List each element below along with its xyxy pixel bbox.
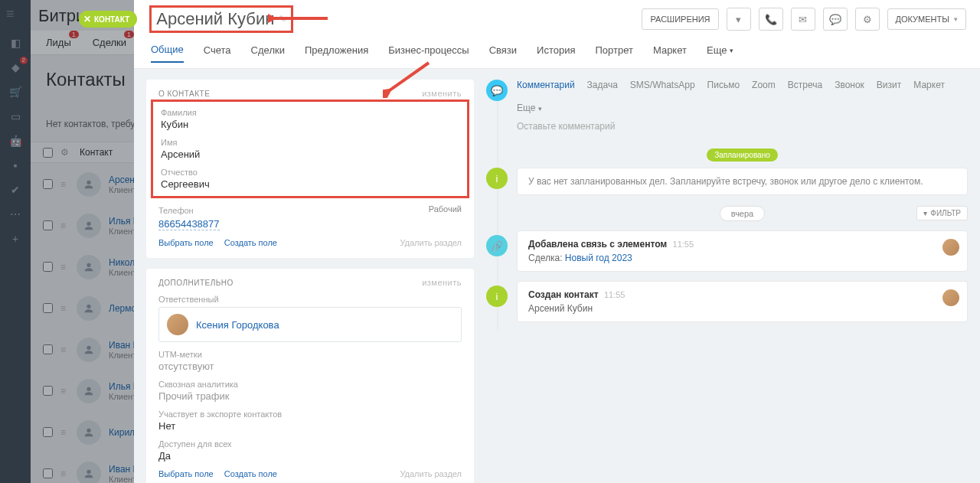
mail-icon[interactable]: ✉ [791, 8, 815, 31]
panel-header: ✕КОНТАКТ Арсений Кубин✎ РАСШИРЕНИЯ ▾ 📞 ✉… [134, 0, 980, 38]
field-label: UTM-метки [158, 350, 462, 359]
panel-tab[interactable]: История [537, 44, 575, 62]
day-separator: вчера [720, 206, 765, 221]
create-field-link[interactable]: Создать поле [224, 238, 277, 247]
right-column: 💬 КомментарийЗадачаSMS/WhatsAppПисьмоZoo… [486, 69, 980, 483]
about-card: О КОНТАКТЕизменить ФамилияКубин ИмяАрсен… [146, 80, 474, 258]
no-plans-card: У вас нет запланированных дел. Запланиру… [517, 168, 968, 195]
card-title: ДОПОЛНИТЕЛЬНО [158, 279, 234, 287]
field-value[interactable]: Арсений [161, 148, 459, 160]
deal-link[interactable]: Новый год 2023 [565, 253, 632, 263]
user-name: Ксения Городкова [196, 319, 279, 331]
event-sub-label: Сделка: [528, 253, 562, 263]
panel-tabs: ОбщиеСчетаСделкиПредложенияБизнес-процес… [134, 38, 980, 69]
field-label: Телефон [158, 206, 462, 215]
field-value[interactable]: Кубин [161, 119, 459, 130]
event-sub: Арсений Кубин [528, 303, 956, 314]
field-label: Ответственный [158, 295, 462, 304]
field-label: Участвует в экспорте контактов [158, 410, 462, 419]
timeline-tab[interactable]: Звонок [835, 80, 864, 90]
timeline-tab[interactable]: Маркет [913, 80, 945, 90]
event-title: Создан контакт [528, 289, 599, 300]
extensions-dropdown[interactable]: ▾ [727, 8, 751, 31]
field-label: Фамилия [161, 108, 459, 117]
timeline-event: Добавлена связь с элементом 11:55 Сделка… [517, 230, 968, 272]
extra-card: ДОПОЛНИТЕЛЬНОизменить Ответственный Ксен… [146, 269, 474, 483]
entity-type-pill[interactable]: ✕КОНТАКТ [79, 11, 137, 28]
panel-tab[interactable]: Предложения [305, 44, 368, 62]
field-value: Нет [158, 420, 462, 432]
panel-tab[interactable]: Общие [151, 44, 184, 63]
panel-tab[interactable]: Связи [489, 44, 517, 62]
link-icon: 🔗 [486, 235, 508, 256]
panel-tab[interactable]: Сделки [251, 44, 285, 62]
edit-link[interactable]: изменить [422, 89, 462, 98]
delete-section-link[interactable]: Удалить раздел [400, 469, 462, 478]
event-title: Добавлена связь с элементом [528, 239, 667, 250]
panel-tab[interactable]: Маркет [653, 44, 687, 62]
comment-input[interactable]: Оставьте комментарий [517, 121, 968, 132]
field-value[interactable]: Сергеевич [161, 178, 459, 190]
timeline-tab[interactable]: Zoom [752, 80, 776, 90]
avatar [942, 239, 959, 256]
contact-title[interactable]: Арсений Кубин✎ [149, 5, 293, 33]
field-label: Имя [161, 138, 459, 147]
field-value: Прочий трафик [158, 390, 462, 402]
avatar [942, 289, 959, 306]
extensions-button[interactable]: РАСШИРЕНИЯ [642, 8, 718, 30]
panel-tab[interactable]: Бизнес-процессы [388, 44, 469, 62]
filter-button[interactable]: ▾ ФИЛЬТР [916, 206, 968, 220]
phone-icon[interactable]: 📞 [759, 8, 783, 31]
timeline-tab[interactable]: SMS/WhatsApp [630, 80, 695, 90]
phone-type: Рабочий [429, 204, 462, 214]
timeline-tab[interactable]: Комментарий [517, 80, 575, 90]
event-time: 11:55 [604, 290, 626, 299]
close-icon[interactable]: ✕ [83, 14, 91, 24]
timeline-tab[interactable]: Еще ▾ [517, 103, 542, 113]
info-icon: i [486, 286, 508, 307]
panel-tab[interactable]: Счета [204, 44, 231, 62]
highlighted-fields: ФамилияКубин ИмяАрсений ОтчествоСергееви… [151, 100, 469, 198]
timeline-tab[interactable]: Встреча [788, 80, 822, 90]
select-field-link[interactable]: Выбрать поле [158, 469, 214, 478]
info-icon: i [486, 168, 508, 189]
responsible-user[interactable]: Ксения Городкова [158, 307, 462, 342]
panel-tab[interactable]: Еще ▾ [707, 44, 733, 62]
card-title: О КОНТАКТЕ [158, 90, 210, 98]
timeline-event: Создан контакт 11:55 Арсений Кубин [517, 281, 968, 322]
panel-tab[interactable]: Портрет [595, 44, 632, 62]
timeline-tabs: КомментарийЗадачаSMS/WhatsAppПисьмоZoomВ… [517, 80, 968, 113]
documents-button[interactable]: ДОКУМЕНТЫ▾ [887, 8, 966, 30]
gear-icon[interactable]: ⚙ [855, 8, 880, 31]
left-column: О КОНТАКТЕизменить ФамилияКубин ИмяАрсен… [134, 69, 486, 483]
phone-link[interactable]: 86654438877 [158, 218, 220, 230]
planned-chip: Запланировано [707, 148, 778, 162]
edit-icon[interactable]: ✎ [279, 14, 286, 24]
field-value: отсутствуют [158, 361, 462, 372]
comment-bubble-icon: 💬 [486, 80, 508, 101]
avatar [167, 314, 188, 335]
create-field-link[interactable]: Создать поле [224, 469, 277, 478]
timeline-tab[interactable]: Письмо [707, 80, 740, 90]
contact-panel: ✕КОНТАКТ Арсений Кубин✎ РАСШИРЕНИЯ ▾ 📞 ✉… [134, 0, 980, 483]
timeline-tab[interactable]: Задача [587, 80, 618, 90]
field-label: Сквозная аналитика [158, 380, 462, 389]
timeline-tab[interactable]: Визит [877, 80, 901, 90]
field-label: Отчество [161, 168, 459, 177]
field-label: Доступен для всех [158, 439, 462, 449]
event-time: 11:55 [673, 240, 694, 249]
delete-section-link[interactable]: Удалить раздел [400, 238, 462, 247]
chat-icon[interactable]: 💬 [823, 8, 848, 31]
edit-link[interactable]: изменить [422, 278, 462, 287]
select-field-link[interactable]: Выбрать поле [158, 238, 214, 247]
field-value: Да [158, 450, 462, 462]
